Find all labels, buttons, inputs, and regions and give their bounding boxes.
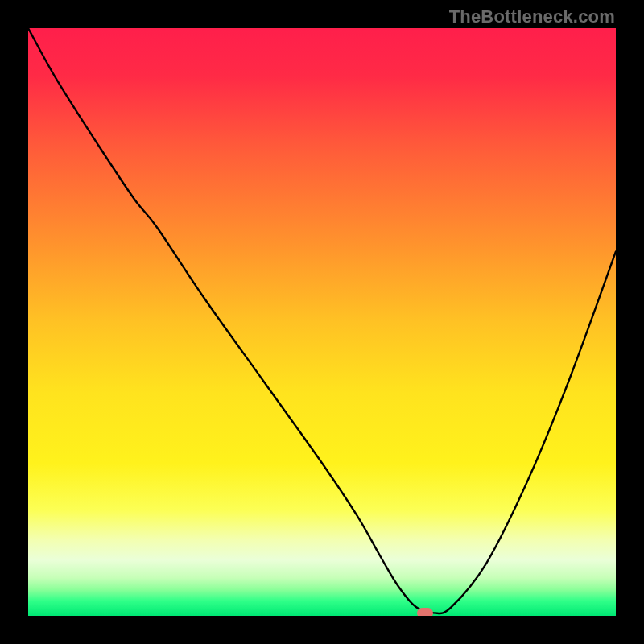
bottleneck-curve [28,28,616,616]
optimal-marker [417,608,433,616]
watermark-label: TheBottleneck.com [449,6,615,27]
plot-area [28,28,616,616]
chart-frame: TheBottleneck.com [0,0,644,644]
